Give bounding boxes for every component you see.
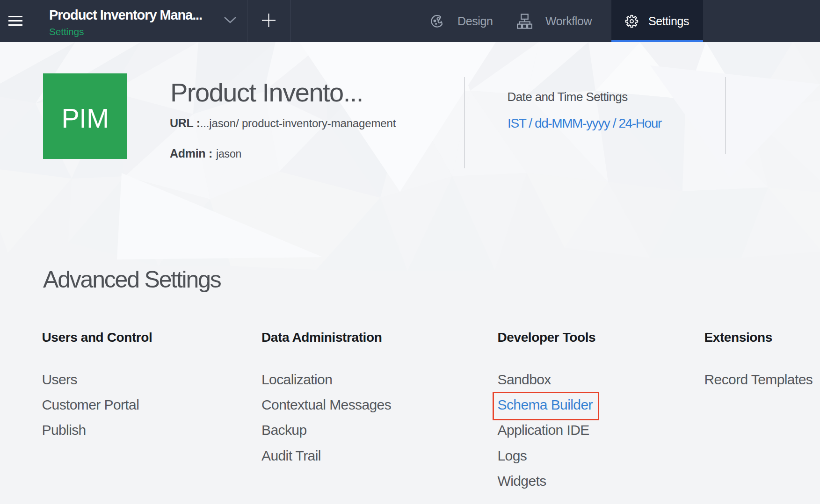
tab-settings-label: Settings [648,15,689,27]
palette-icon [430,14,444,29]
active-tab-underline [611,40,703,43]
advanced-settings-heading: Advanced Settings [43,268,221,291]
app-url-row: URL :...jason/ product-inventory-managem… [170,117,396,129]
column-title-developer-tools: Developer Tools [498,331,596,344]
item-localization[interactable]: Localization [261,373,332,387]
app-icon-tile[interactable]: PIM [43,73,127,159]
admin-value: jason [216,148,241,160]
item-customer-portal[interactable]: Customer Portal [42,398,139,412]
vertical-divider [464,77,465,168]
topbar-app-section: Settings [49,27,84,36]
item-widgets[interactable]: Widgets [498,474,546,488]
url-label: URL : [170,116,200,130]
app-admin-row: Admin :jason [170,148,241,159]
tab-design[interactable]: Design [430,0,493,42]
topbar-separator [290,0,291,42]
tab-design-label: Design [457,15,493,27]
datetime-settings-link[interactable]: IST / dd-MMM-yyyy / 24-Hour [508,117,661,130]
item-application-ide[interactable]: Application IDE [498,423,589,437]
topbar-app-name[interactable]: Product Inventory Mana... [49,8,202,22]
column-title-extensions: Extensions [704,331,772,344]
vertical-divider [725,77,726,154]
item-record-templates[interactable]: Record Templates [704,373,813,387]
admin-label: Admin : [170,147,212,160]
settings-page: Product Inventory Mana... Settings Desig… [0,0,820,504]
item-contextual-messages[interactable]: Contextual Messages [261,398,391,412]
app-icon-text: PIM [61,102,109,134]
workflow-icon [517,14,532,29]
topbar-separator [247,0,247,42]
column-title-users-and-control: Users and Control [42,331,152,344]
tab-settings[interactable]: Settings [611,0,703,42]
hamburger-menu-icon[interactable] [8,16,22,27]
datetime-settings-label: Date and Time Settings [508,91,628,103]
column-title-data-administration: Data Administration [261,331,382,344]
item-sandbox[interactable]: Sandbox [498,373,551,387]
add-application-button[interactable] [261,13,276,28]
chevron-down-icon[interactable] [224,16,237,24]
gear-icon [624,14,639,29]
tab-workflow-label: Workflow [545,15,592,27]
page-title: Product Invento... [170,79,363,106]
topbar: Product Inventory Mana... Settings Desig… [0,0,820,42]
item-publish[interactable]: Publish [42,423,86,437]
item-audit-trail[interactable]: Audit Trail [261,449,321,463]
item-backup[interactable]: Backup [261,423,306,437]
item-schema-builder[interactable]: Schema Builder [498,398,593,412]
item-logs[interactable]: Logs [498,449,527,463]
url-value: ...jason/ product-inventory-management [200,117,396,130]
item-users[interactable]: Users [42,373,77,387]
tab-workflow[interactable]: Workflow [517,0,592,42]
